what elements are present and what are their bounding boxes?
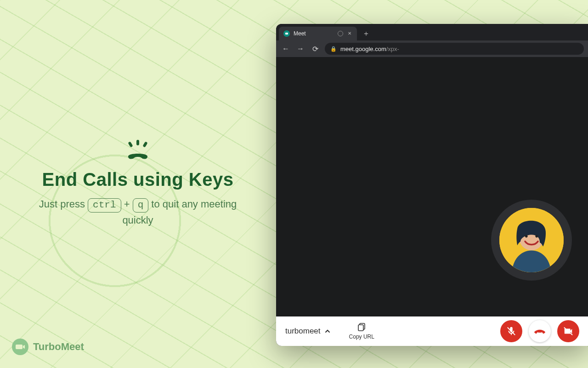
kbd-q: q [133, 198, 149, 213]
brand: TurboMeet [12, 339, 84, 355]
copy-url-label: Copy URL [349, 334, 374, 340]
url-host: meet.google.com [340, 46, 386, 52]
tab-audio-icon[interactable] [338, 31, 343, 36]
reload-icon[interactable]: ⟳ [310, 45, 320, 53]
participant-tile[interactable] [491, 200, 572, 281]
svg-rect-2 [142, 141, 147, 147]
kbd-ctrl: ctrl [88, 198, 121, 213]
hero: End Calls using Keys Just press ctrl + q… [28, 140, 248, 228]
tab-favicon-icon [283, 30, 290, 37]
hangup-burst-icon [28, 140, 248, 161]
svg-rect-0 [136, 140, 139, 145]
meeting-name-button[interactable]: turbomeet [285, 327, 331, 336]
tab-title: Meet [294, 30, 334, 37]
meeting-bottom-bar: turbomeet Copy URL [276, 316, 588, 346]
hero-title: End Calls using Keys [28, 169, 248, 190]
mic-toggle-button[interactable] [500, 320, 522, 342]
mic-off-icon [506, 326, 516, 336]
camera-toggle-button[interactable] [557, 320, 579, 342]
svg-rect-1 [128, 141, 133, 147]
forward-icon[interactable]: → [295, 45, 305, 53]
copy-url-button[interactable]: Copy URL [349, 322, 374, 340]
hero-subtitle-pre: Just press [39, 198, 88, 210]
hero-subtitle: Just press ctrl + q to quit any meeting … [28, 196, 248, 228]
svg-point-6 [535, 235, 538, 238]
url-path: /xpx- [386, 46, 399, 52]
meeting-video-area [276, 57, 588, 316]
brand-name: TurboMeet [33, 341, 84, 353]
participant-avatar [499, 208, 564, 272]
back-icon[interactable]: ← [281, 45, 291, 53]
browser-nav-bar: ← → ⟳ 🔒 meet.google.com/xpx- [276, 40, 588, 57]
svg-rect-8 [358, 325, 363, 331]
browser-window: Meet ✕ ＋ ← → ⟳ 🔒 meet.google.com/xpx- [276, 24, 588, 346]
promo-panel: End Calls using Keys Just press ctrl + q… [0, 0, 276, 368]
new-tab-button[interactable]: ＋ [357, 29, 375, 40]
camera-off-icon [563, 326, 573, 336]
meeting-controls [500, 320, 579, 342]
url-text: meet.google.com/xpx- [340, 46, 399, 52]
hangup-icon [534, 325, 546, 337]
chevron-up-icon [324, 328, 331, 334]
plus-sign: + [124, 198, 133, 210]
address-bar[interactable]: 🔒 meet.google.com/xpx- [325, 43, 584, 55]
svg-point-5 [525, 235, 528, 238]
hangup-button[interactable] [529, 320, 551, 342]
tab-strip: Meet ✕ ＋ [276, 24, 588, 40]
tab-close-icon[interactable]: ✕ [347, 31, 352, 36]
browser-tab[interactable]: Meet ✕ [279, 27, 357, 40]
meeting-name: turbomeet [285, 327, 321, 336]
brand-badge-icon [12, 339, 28, 355]
copy-icon [357, 322, 366, 332]
lock-icon: 🔒 [330, 46, 337, 52]
